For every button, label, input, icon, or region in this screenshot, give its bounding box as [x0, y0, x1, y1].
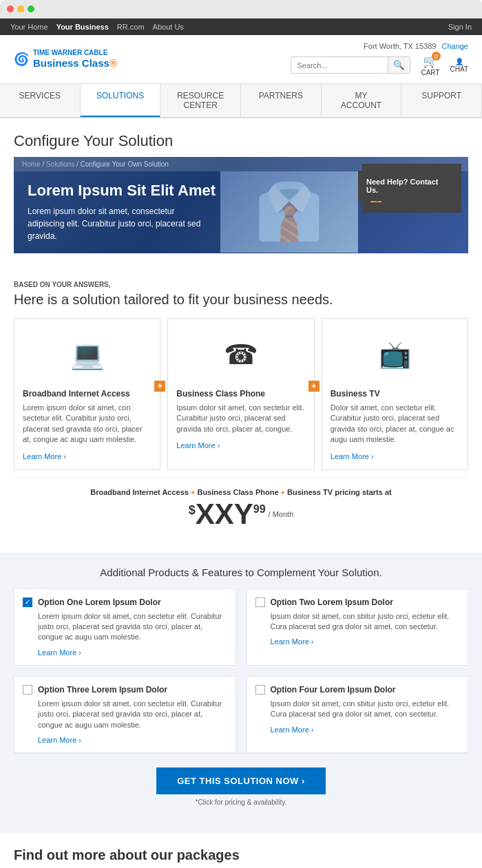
header-actions: 🔍 🛒 0 CART 👤 CHAT	[291, 54, 468, 76]
additional-section: Additional Products & Features to Comple…	[0, 553, 482, 834]
phone-name: Business Class Phone	[176, 389, 305, 399]
option-3-name: Option Three Lorem Ipsum Dolor	[38, 685, 167, 695]
option-3-learn-more[interactable]: Learn More	[38, 736, 227, 744]
search-box: 🔍	[291, 56, 410, 74]
option-4-checkbox[interactable]	[255, 685, 265, 695]
cart-badge: 0	[432, 52, 441, 61]
logo-text: TIME WARNER CABLE Business Class®	[33, 49, 117, 70]
option-1-header: ✓ Option One Lorem Ipsum Dolor	[23, 597, 227, 607]
option-4-learn-more[interactable]: Learn More	[271, 726, 460, 734]
pricing-phone: Business Class Phone	[198, 488, 279, 496]
option-3: Option Three Lorem Ipsum Dolor Lorem ips…	[14, 676, 236, 753]
cart-area[interactable]: 🛒 0 CART	[421, 54, 439, 76]
search-button[interactable]: 🔍	[388, 57, 410, 73]
top-nav-your-home[interactable]: Your Home	[10, 23, 48, 31]
plus-icon-2: +	[308, 381, 319, 392]
browser-chrome	[0, 0, 482, 19]
cart-icon: 🛒 0	[423, 54, 438, 69]
cta-area: GET THIS SOLUTION NOW › *Click for prici…	[14, 753, 468, 820]
hero-title: Lorem Ipsum Sit Elit Amet	[28, 182, 216, 200]
logo-icon: 🌀	[14, 52, 29, 67]
nav-services[interactable]: SERVICES	[0, 84, 81, 117]
option-1-learn-more[interactable]: Learn More	[38, 648, 227, 657]
hero-banner: Home / Solutions / Configure Your Own So…	[14, 157, 468, 253]
product-card-broadband: 💻 Broadband Internet Access Lorem ipsum …	[14, 318, 160, 470]
phone-desc: Ipsum dolor sit amet, con sectetur elit.…	[176, 403, 305, 434]
tv-name: Business TV	[331, 389, 459, 399]
tailored-section: BASED ON YOUR ANSWERS, Here is a solutio…	[0, 267, 482, 553]
search-input[interactable]	[291, 59, 388, 72]
nav-resource-center[interactable]: RESOURCE CENTER	[160, 84, 241, 117]
option-1-name: Option One Lorem Ipsum Dolor	[38, 597, 161, 607]
packages-section: Find out more about our packages Promo O…	[0, 834, 482, 868]
nav-support[interactable]: SUPPORT	[401, 84, 482, 117]
top-nav-left: Your Home Your Business RR.com About Us	[10, 23, 184, 31]
nav-solutions[interactable]: SOLUTIONS	[81, 84, 161, 117]
broadband-learn-more[interactable]: Learn More	[23, 452, 66, 461]
option-2-header: Option Two Lorem Ipsum Dolor	[255, 597, 460, 607]
top-nav-signin[interactable]: Sign In	[448, 23, 472, 31]
top-nav-bar: Your Home Your Business RR.com About Us …	[0, 19, 482, 35]
top-nav-rr[interactable]: RR.com	[117, 23, 145, 31]
price-main: XXY	[196, 500, 253, 529]
tv-image: 📺	[331, 327, 459, 382]
additional-title: Additional Products & Features to Comple…	[14, 567, 468, 578]
breadcrumb-home[interactable]: Home	[22, 160, 41, 168]
option-4-name: Option Four Lorem Ipsum Dolor	[271, 685, 396, 695]
contact-title: Need Help? Contact Us.	[358, 171, 454, 201]
browser-dot-green	[28, 6, 34, 12]
header-right: Fort Worth, TX 15389 Change 🔍 🛒 0 CART 👤…	[291, 42, 468, 76]
price-cents: 99	[253, 503, 266, 516]
location-city: Fort Worth, TX 15389	[364, 42, 436, 50]
option-1-desc: Lorem ipsum dolor sit amet, con sectetur…	[38, 611, 227, 643]
top-nav-your-business[interactable]: Your Business	[56, 23, 109, 31]
option-4-desc: Ipsum dolor sit amet, con sbitur justo o…	[271, 699, 460, 720]
hero-image: 👔	[220, 171, 358, 253]
option-3-checkbox[interactable]	[23, 685, 32, 695]
plus-icon-1: +	[154, 381, 165, 392]
breadcrumb-current: Configure Your Own Solution	[81, 160, 169, 168]
option-3-header: Option Three Lorem Ipsum Dolor	[23, 685, 227, 695]
browser-dot-red	[7, 6, 14, 12]
cta-note: *Click for pricing & availability.	[28, 798, 454, 806]
option-2-learn-more[interactable]: Learn More	[271, 637, 460, 646]
location-change[interactable]: Change	[441, 42, 468, 50]
based-on-text: BASED ON YOUR ANSWERS,	[14, 281, 468, 288]
hero-person-image: 👔	[255, 180, 324, 244]
tv-icon: 📺	[379, 339, 411, 370]
contact-box: Need Help? Contact Us. 📋 Apply ✉ Email 📞…	[362, 164, 461, 213]
pricing-tv: Business TV pricing starts at	[287, 488, 392, 496]
option-4-header: Option Four Lorem Ipsum Dolor	[255, 685, 460, 695]
logo-twc: TIME WARNER CABLE	[33, 49, 117, 57]
nav-partners[interactable]: PARTNERS	[241, 84, 322, 117]
option-2-checkbox[interactable]	[255, 597, 265, 607]
option-4: Option Four Lorem Ipsum Dolor Ipsum dolo…	[247, 676, 469, 753]
tv-desc: Dolor sit amet, con sectetur elit. Curab…	[331, 403, 459, 445]
trademark: ®	[109, 57, 117, 69]
cta-button[interactable]: GET THIS SOLUTION NOW ›	[156, 768, 326, 794]
pricing-broadband: Broadband Internet Access	[90, 488, 189, 496]
top-nav-about[interactable]: About Us	[153, 23, 184, 31]
page-title: Configure Your Solution	[0, 118, 482, 157]
phone-learn-more[interactable]: Learn More	[176, 441, 220, 449]
nav-my-account[interactable]: MY ACCOUNT	[322, 84, 402, 117]
main-nav: SERVICES SOLUTIONS RESOURCE CENTER PARTN…	[0, 84, 482, 118]
option-1-checkbox[interactable]: ✓	[23, 597, 32, 607]
broadband-image: 💻	[23, 327, 151, 382]
pricing-plus1: +	[191, 488, 195, 496]
tv-learn-more[interactable]: Learn More	[331, 452, 374, 461]
product-card-tv: 📺 Business TV Dolor sit amet, con sectet…	[322, 318, 468, 470]
price-display: $ XXY 99 / Month	[24, 500, 458, 529]
pricing-bar: Broadband Internet Access + Business Cla…	[14, 477, 468, 539]
header: 🌀 TIME WARNER CABLE Business Class® Fort…	[0, 35, 482, 84]
product-card-phone: ☎ Business Class Phone Ipsum dolor sit a…	[167, 318, 314, 470]
phone-icon: ☎	[224, 339, 258, 370]
packages-title: Find out more about our packages	[14, 847, 468, 863]
breadcrumb-solutions[interactable]: Solutions	[46, 160, 74, 168]
price-dollar: $	[189, 503, 196, 518]
option-2-desc: Ipsum dolor sit amet, con sbitur justo o…	[271, 611, 460, 633]
phone-image: ☎	[176, 327, 305, 382]
product-cards: 💻 Broadband Internet Access Lorem ipsum …	[14, 318, 468, 470]
option-3-desc: Lorem ipsum dolor sit amet, con sectetur…	[38, 699, 227, 730]
chat-area[interactable]: 👤 CHAT	[450, 58, 468, 73]
